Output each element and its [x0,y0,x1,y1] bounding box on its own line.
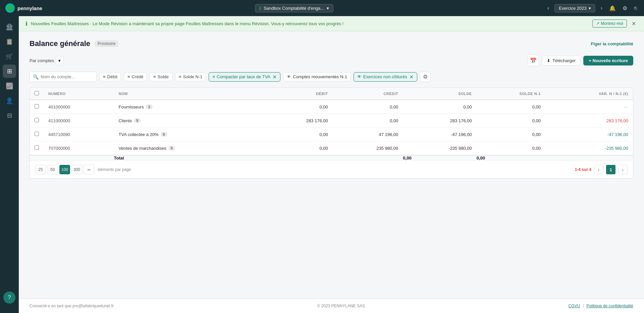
chip-close-icon[interactable]: ✕ [410,74,414,80]
cell-var: 283 176,00 [545,114,633,128]
filter-chip-solde-n1[interactable]: ≡ Solde N-1 [175,72,206,81]
chip-label: Exercices non clôturés [363,74,407,79]
filter-chip-tva[interactable]: ≡ Compacter par taux de TVA ✕ [209,72,280,82]
sidebar-item-contacts[interactable]: 👤 [3,94,16,107]
chip-close-icon[interactable]: ✕ [273,74,277,80]
eye-icon: 👁 [357,74,362,79]
filter-icon: ≡ [153,74,156,79]
figer-comptabilite-btn[interactable]: Figer la comptabilité [591,41,633,46]
dropdown-icon: ▾ [327,6,329,11]
filter-chip-comptes-n1[interactable]: 👁 Comptes mouvementés N-1 [283,72,351,81]
filter-chip-credit[interactable]: ≡ Crédit [124,72,147,81]
cell-solde-n1: 0,00 [477,128,545,141]
logout-btn[interactable]: ⎋ [633,4,639,12]
info-banner: ℹ Nouvelles Feuilles Maîtresses - Le Mod… [19,16,644,31]
cell-solde-n1: 0,00 [477,141,545,155]
filter-chip-exercices[interactable]: 👁 Exercices non clôturés ✕ [354,72,417,82]
banner-show-link[interactable]: ↗ Montrez-moi [592,19,627,28]
account-name-cell: Ventes de marchandises 5 [114,141,263,155]
sidebar-item-purchases[interactable]: 🛒 [3,50,16,63]
download-btn[interactable]: ⬇ Télécharger [542,56,581,65]
next-exercice-btn[interactable]: › [599,4,604,12]
page-size-50[interactable]: 50 [47,165,58,174]
sidebar-item-bank[interactable]: 🏦 [3,20,16,34]
new-entry-btn[interactable]: + Nouvelle écriture [583,56,633,65]
help-button[interactable]: ? [3,292,15,304]
filter-chip-debit[interactable]: ≡ Débit [99,72,121,81]
eye-icon: 👁 [287,74,291,79]
table-row: 401000000 Fournisseurs 1 0,00 0,00 0,00 … [30,100,633,114]
exercice-badge[interactable]: Exercice 2023 ▾ [554,4,595,12]
account-count-badge: 1 [146,104,153,109]
total-solde-n1: 0,00 [477,155,545,161]
settings-btn[interactable]: ⚙ [621,4,629,13]
col-var: VAR. N / N-1 (€) [545,88,633,100]
pagination-right: 1-4 sur 4 ‹ 1 › [575,165,628,174]
app-name: pennylane [17,5,42,11]
notifications-btn[interactable]: 🔔 [608,4,617,13]
banner-link-label: Montrez-moi [601,21,623,26]
account-name-text: Ventes de marchandises [119,146,166,151]
account-name-text: Clients [119,118,132,123]
cell-credit: 0,00 [333,114,403,128]
page-size-25[interactable]: 25 [35,165,46,174]
footer-cgvu-link[interactable]: CGVU [569,304,580,308]
exercice-label: Exercice 2023 [559,6,586,11]
view-toolbar: Par comptes ▾ 📅 ⬇ Télécharger + Nouvelle… [30,55,633,66]
view-label: Par comptes ▾ [30,56,64,65]
filter-icon: ≡ [179,74,181,79]
table-row: 411000000 Clients 5 283 176,00 0,00 283 … [30,114,633,128]
per-page-label: éléments par page [98,167,131,172]
chip-label: Solde [158,74,169,79]
banner-text: Nouvelles Feuilles Maîtresses - Le Mode … [31,21,589,26]
footer-links: CGVU / Politique de confidentialité [569,304,633,308]
next-page-btn[interactable]: › [618,165,628,174]
page-title-row: Balance générale Provisoire [30,39,119,48]
page-size-inf[interactable]: ∞ [84,165,94,174]
chip-label: Crédit [132,74,144,79]
sidebar-item-more[interactable]: ⊟ [3,109,16,122]
sidebar-item-reports[interactable]: 📋 [3,35,16,48]
search-input[interactable] [30,72,97,82]
table-row: 707000000 Ventes de marchandises 5 0,00 … [30,141,633,155]
row-checkbox-2[interactable] [35,132,39,136]
sidebar-item-analytics[interactable]: 📈 [3,79,16,93]
page-title: Balance générale [30,39,90,48]
sandbox-badge[interactable]: ℹ Sandbox Comptabilité d'enga... ▾ [255,4,333,12]
cell-credit: 47 196,00 [333,128,403,141]
account-num: 707000000 [44,141,114,155]
top-nav: 🌿 pennylane ℹ Sandbox Comptabilité d'eng… [0,0,644,16]
toolbar-right: 📅 ⬇ Télécharger + Nouvelle écriture [528,55,633,66]
footer-privacy-link[interactable]: Politique de confidentialité [587,304,633,308]
col-debit: DÉBIT [262,88,333,100]
view-dropdown-btn[interactable]: ▾ [55,56,64,65]
top-nav-right: ‹ Exercice 2023 ▾ › 🔔 ⚙ ⎋ [546,4,639,13]
account-name-text: TVA collectée à 20% [119,132,159,137]
calendar-icon-btn[interactable]: 📅 [528,55,539,66]
page-size-300[interactable]: 300 [71,165,82,174]
banner-icon: ℹ [25,20,28,27]
row-checkbox-1[interactable] [35,118,39,122]
prev-exercice-btn[interactable]: ‹ [546,4,550,12]
sidebar-item-ledger[interactable]: ⊞ [3,64,16,78]
cell-debit: 0,00 [262,128,333,141]
chip-label: Solde N-1 [183,74,203,79]
footer-copyright: © 2023 PENNYLANE SAS [317,304,365,308]
banner-close-btn[interactable]: ✕ [630,20,637,27]
external-link-icon: ↗ [596,21,599,26]
page-size-100[interactable]: 100 [59,165,70,174]
filter-icon: ≡ [127,74,130,79]
row-checkbox-0[interactable] [35,104,39,108]
prev-page-btn[interactable]: ‹ [594,165,603,174]
app-logo[interactable]: 🌿 pennylane [5,3,42,13]
sandbox-label: Sandbox Comptabilité d'enga... [264,6,324,11]
account-name-text: Fournisseurs [119,104,144,109]
cell-var: — [545,100,633,114]
row-checkbox-3[interactable] [35,145,39,150]
more-filters-btn[interactable]: ⚙ [420,72,431,82]
account-name-cell: Clients 5 [114,114,263,128]
select-all-checkbox[interactable] [35,91,39,95]
filter-chip-solde[interactable]: ≡ Solde [150,72,172,81]
cell-solde: -47 196,00 [403,128,476,141]
account-name-cell: Fournisseurs 1 [114,100,263,114]
